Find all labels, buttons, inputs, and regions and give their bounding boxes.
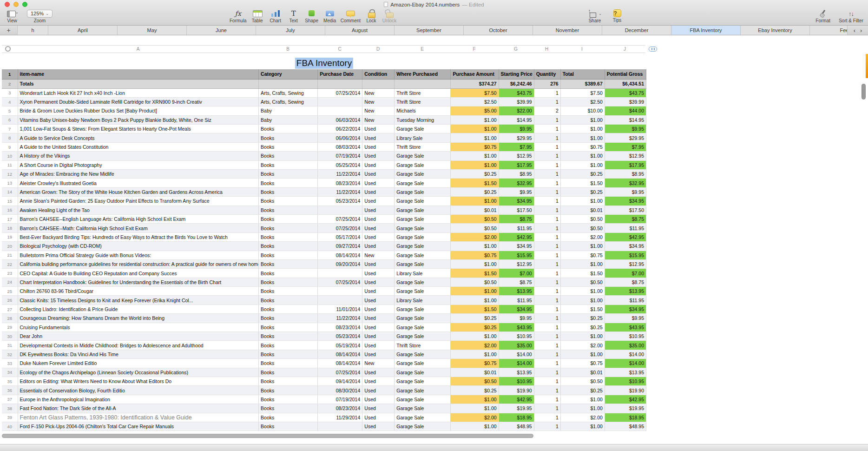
column-header-purchase-amount[interactable]: Purchase Amount [451,69,499,79]
cell[interactable]: $44.00 [605,106,646,115]
cell[interactable]: $14.00 [499,359,534,368]
chart-button[interactable]: Chart [268,9,283,23]
cell[interactable]: $42.95 [605,395,646,404]
cell[interactable]: $1.00 [451,287,499,296]
cell[interactable]: New [362,359,395,368]
cell[interactable]: $0.75 [560,142,605,151]
cell[interactable]: Books [259,224,318,232]
cell[interactable]: 06/03/2014 [318,115,362,124]
cell[interactable]: Used [362,341,395,350]
row-number[interactable]: 26 [2,296,18,305]
cell[interactable]: $1.50 [560,305,605,313]
cell[interactable]: $1.50 [451,179,499,187]
table-button[interactable]: Table [250,9,265,23]
minimize-button[interactable] [13,2,19,7]
cell[interactable]: $1.00 [560,133,605,142]
cell[interactable]: Editors on Editing: What Writers Need to… [18,377,259,386]
cell[interactable]: $1.00 [451,259,499,268]
cell[interactable] [318,206,362,214]
cell[interactable]: Books [259,242,318,251]
cell[interactable]: 1 [534,386,560,395]
comment-button[interactable]: Comment [341,9,361,23]
cell[interactable]: Books [259,296,318,305]
cell[interactable]: $1.00 [451,404,499,413]
cell[interactable]: $39.99 [605,97,646,106]
cell[interactable]: $0.75 [451,251,499,259]
column-header-item-name[interactable]: item-name [18,69,259,79]
row-number[interactable]: 25 [2,287,18,296]
sheet-tab-may[interactable]: May [118,26,187,35]
cell[interactable]: 08/23/2014 [318,323,362,332]
cell[interactable]: Fast Food Nation: The Dark Side of the A… [18,404,259,413]
cell[interactable]: $9.95 [605,187,646,196]
cell[interactable]: $1.00 [560,287,605,296]
cell[interactable]: Garage Sale [395,179,451,187]
cell[interactable]: Books [259,259,318,268]
cell[interactable]: Duke Nukem Forever Limited Editio [18,359,259,368]
cell[interactable]: Garage Sale [395,323,451,332]
cell[interactable]: Used [362,296,395,305]
table-end-handle-icon[interactable] [649,46,657,52]
cell[interactable]: Best-Ever Backyard Birding Tips: Hundred… [18,232,259,241]
cell[interactable]: Used [362,323,395,332]
cell[interactable]: $32.95 [499,179,534,187]
cell[interactable]: $19.95 [499,404,534,413]
cell[interactable]: Used [362,152,395,160]
cell[interactable]: $0.01 [451,368,499,377]
cell[interactable]: 1 [534,242,560,251]
row-number[interactable]: 15 [2,197,18,206]
cell[interactable]: $14.95 [605,115,646,124]
next-tabs-arrow[interactable]: › [860,27,862,34]
cell[interactable]: Garage Sale [395,251,451,259]
cell[interactable]: $19.95 [605,404,646,413]
cell[interactable]: Arts, Crafts, Sewing [259,88,318,97]
cell[interactable]: 1 [534,314,560,323]
cell[interactable]: 11/01/2014 [318,305,362,313]
cell[interactable]: $1.00 [560,259,605,268]
row-number[interactable]: 23 [2,269,18,278]
cell[interactable]: Books [259,386,318,395]
cell[interactable]: Used [362,278,395,286]
cell[interactable]: 07/25/2014 [318,368,362,377]
cell[interactable]: $1.00 [560,296,605,305]
cell[interactable]: $0.25 [560,314,605,323]
cell[interactable]: Books [259,214,318,223]
cell[interactable]: American Grown: The Story of the White H… [18,187,259,196]
cell[interactable]: $0.50 [451,377,499,386]
cell[interactable]: $1.50 [560,269,605,278]
cell[interactable]: $1.00 [451,350,499,358]
cell[interactable]: Books [259,323,318,332]
cell[interactable]: $0.25 [451,314,499,323]
cell[interactable]: 1 [534,359,560,368]
totals-cell[interactable] [362,79,395,88]
cell[interactable]: Garage Sale [395,278,451,286]
cell[interactable]: $8.95 [605,170,646,179]
column-header-where-purchased[interactable]: Where Purchased [395,69,451,79]
cell[interactable]: Annie Sloan's Painted Garden: 25 Easy Ou… [18,197,259,206]
cell[interactable]: $1.00 [451,160,499,169]
cell[interactable]: Used [362,214,395,223]
cell[interactable]: Library Sale [395,269,451,278]
share-button[interactable]: ⌄ Share [587,9,602,23]
cell[interactable]: Thrift Store [395,97,451,106]
cell[interactable]: $43.75 [605,88,646,97]
cell[interactable]: 09/14/2014 [318,377,362,386]
column-header-total[interactable]: Total [560,69,605,79]
cell[interactable]: Used [362,332,395,341]
cell[interactable]: 1 [534,341,560,350]
cell[interactable]: Used [362,133,395,142]
fullscreen-button[interactable] [22,2,27,7]
sheet-tab-fba-inventory[interactable]: FBA Inventory [671,26,741,35]
cell[interactable]: Courageous Dreaming: How Shamans Dream t… [18,314,259,323]
cell[interactable]: Books [259,287,318,296]
cell[interactable]: 08/14/2014 [318,350,362,358]
cell[interactable]: $34.95 [499,197,534,206]
cell[interactable]: 08/14/2014 [318,251,362,259]
cell[interactable]: Bride & Groom Love Duckies Rubber Ducks … [18,106,259,115]
column-ruler-i[interactable]: I [560,46,604,53]
cell[interactable]: Ford F-150 Pick-Ups 2004-06 (Chilton's T… [18,422,259,431]
cell[interactable]: $0.50 [560,278,605,286]
cell[interactable]: $14.95 [499,115,534,124]
cell[interactable]: $34.95 [499,305,534,313]
row-number[interactable]: 6 [2,115,18,124]
